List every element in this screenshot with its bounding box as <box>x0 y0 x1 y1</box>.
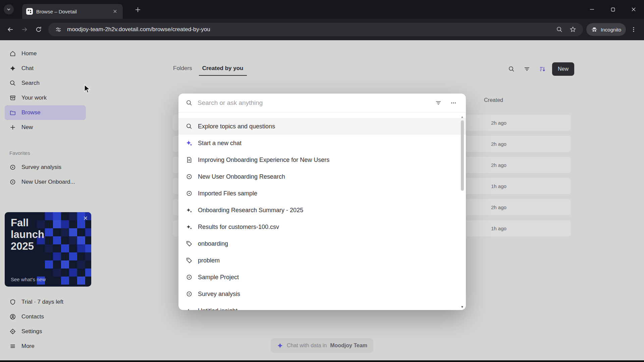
incognito-icon <box>591 26 598 33</box>
list-item-tag-onboarding[interactable]: onboarding <box>178 235 466 252</box>
search-icon <box>186 123 193 130</box>
back-button[interactable] <box>4 23 17 36</box>
window-controls <box>582 0 644 19</box>
url-bar[interactable]: moodjoy-team-2h2v.dovetail.com/browse/cr… <box>48 23 583 36</box>
tag-icon <box>186 240 193 247</box>
list-item-label: Sample Project <box>198 274 239 281</box>
list-item-tag-problem[interactable]: problem <box>178 252 466 269</box>
zoom-magnifier-icon <box>556 26 563 33</box>
list-item-label: Explore topics and questions <box>198 123 275 130</box>
browser-tab[interactable]: Browse – Dovetail <box>22 4 123 19</box>
url-text: moodjoy-team-2h2v.dovetail.com/browse/cr… <box>67 26 551 33</box>
list-item-label: problem <box>198 257 220 264</box>
maximize-icon <box>611 7 615 12</box>
zoom-button[interactable] <box>555 25 564 34</box>
list-item-improving-onboarding[interactable]: Improving Onboarding Experience for New … <box>178 152 466 168</box>
star-icon <box>570 26 576 33</box>
modal-result-list: Explore topics and questions Start a new… <box>178 113 466 310</box>
list-item-label: Results for customers-100.csv <box>198 224 279 231</box>
modal-scrollbar[interactable]: ▲ ▼ <box>460 115 465 309</box>
scroll-down-icon[interactable]: ▼ <box>460 305 465 309</box>
search-icon <box>186 100 193 106</box>
close-icon <box>113 9 117 13</box>
dovetail-app: Home Chat Search Your work Browse <box>0 40 644 362</box>
list-item-label: Start a new chat <box>198 140 241 147</box>
list-item-explore-topics[interactable]: Explore topics and questions <box>178 118 466 135</box>
forward-button[interactable] <box>18 23 31 36</box>
tab-search-button[interactable] <box>4 4 14 14</box>
incognito-label: Incognito <box>601 27 621 33</box>
sparkles-icon <box>186 224 193 230</box>
sparkles-icon <box>186 307 193 310</box>
search-input[interactable] <box>198 99 428 107</box>
list-item-label: Onboarding Research Summary - 2025 <box>198 207 303 214</box>
list-item-imported-files-sample[interactable]: Imported Files sample <box>178 185 466 202</box>
list-item-label: Imported Files sample <box>198 190 257 197</box>
sparkles-icon <box>186 207 193 214</box>
project-icon <box>186 274 193 281</box>
tab-title: Browse – Dovetail <box>36 9 108 14</box>
new-tab-button[interactable] <box>133 5 143 15</box>
reload-icon <box>35 26 42 33</box>
list-item-new-user-onboarding-research[interactable]: New User Onboarding Research <box>178 168 466 185</box>
list-item-label: Untitled insight <box>198 307 237 310</box>
modal-more-button[interactable] <box>448 98 459 108</box>
browser-tabstrip: Browse – Dovetail <box>0 0 644 19</box>
list-item-survey-analysis[interactable]: Survey analysis <box>178 286 466 302</box>
modal-filter-button[interactable] <box>433 98 443 108</box>
tag-icon <box>186 257 193 264</box>
window-close-button[interactable] <box>623 0 644 19</box>
project-icon <box>186 190 193 197</box>
bookmark-button[interactable] <box>568 25 578 34</box>
list-item-label: Survey analysis <box>198 291 240 298</box>
scrollbar-thumb[interactable] <box>461 120 464 191</box>
browser-toolbar: moodjoy-team-2h2v.dovetail.com/browse/cr… <box>0 19 644 40</box>
plus-icon <box>135 7 141 13</box>
taskbar-sliver <box>0 360 644 362</box>
list-item-start-new-chat[interactable]: Start a new chat <box>178 135 466 152</box>
kebab-menu-icon <box>631 26 637 33</box>
chevron-down-icon <box>5 6 12 13</box>
window-minimize-button[interactable] <box>582 0 602 19</box>
reload-button[interactable] <box>32 23 45 36</box>
close-icon <box>631 7 636 12</box>
ellipsis-icon <box>450 100 457 106</box>
back-arrow-icon <box>7 26 14 33</box>
search-modal: Explore topics and questions Start a new… <box>178 94 466 310</box>
scroll-up-icon[interactable]: ▲ <box>460 115 465 119</box>
minimize-icon <box>590 7 594 12</box>
browser-menu-button[interactable] <box>627 23 640 36</box>
list-item-label: Improving Onboarding Experience for New … <box>198 157 329 164</box>
dovetail-favicon-icon <box>26 8 33 15</box>
list-item-label: onboarding <box>198 240 228 247</box>
window-maximize-button[interactable] <box>602 0 623 19</box>
list-item-sample-project[interactable]: Sample Project <box>178 269 466 286</box>
list-item-untitled-insight[interactable]: Untitled insight <box>178 302 466 310</box>
project-icon <box>186 173 193 180</box>
forward-arrow-icon <box>21 26 28 33</box>
modal-search-bar <box>178 94 466 113</box>
project-icon <box>186 291 193 297</box>
list-item-onboarding-research-summary[interactable]: Onboarding Research Summary - 2025 <box>178 202 466 219</box>
list-item-label: New User Onboarding Research <box>198 173 285 180</box>
list-item-results-for-customers-csv[interactable]: Results for customers-100.csv <box>178 219 466 235</box>
incognito-badge: Incognito <box>586 23 626 36</box>
screen: Browse – Dovetail <box>0 0 644 362</box>
site-info-icon[interactable] <box>54 25 63 34</box>
filter-icon <box>435 100 442 106</box>
document-icon <box>186 157 193 163</box>
sparkle-plus-icon <box>186 140 193 146</box>
tab-close-button[interactable] <box>111 8 119 15</box>
